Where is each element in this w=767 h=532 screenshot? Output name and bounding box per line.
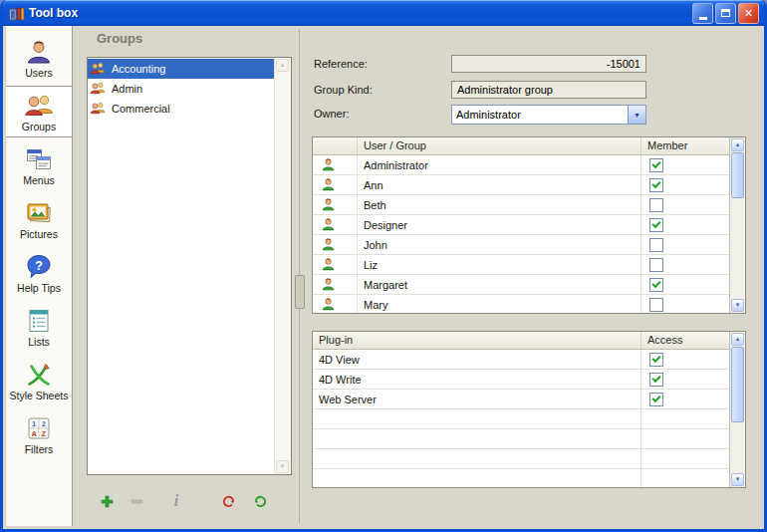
reference-value: -15001 xyxy=(607,58,640,70)
reload-groups-button[interactable] xyxy=(249,490,271,512)
groups-toolbar: i xyxy=(87,488,292,514)
green-curved-arrow-icon xyxy=(253,494,268,509)
members-scrollbar[interactable]: ▲ ▼ xyxy=(729,137,745,313)
user-icon xyxy=(313,195,358,214)
table-row[interactable]: Web Server xyxy=(313,390,729,409)
maximize-button[interactable] xyxy=(715,3,736,24)
access-checkbox[interactable] xyxy=(649,393,663,406)
sidebar-item-lists[interactable]: Lists xyxy=(6,301,72,353)
sidebar-item-style-sheets[interactable]: Style Sheets xyxy=(6,355,72,406)
plugins-scrollbar[interactable]: ▲ ▼ xyxy=(729,332,745,487)
member-checkbox[interactable] xyxy=(649,158,663,172)
user-group-column-header: User / Group xyxy=(358,137,641,154)
member-checkbox[interactable] xyxy=(649,198,663,212)
owner-row: Owner: Administrator ▼ xyxy=(312,105,746,125)
owner-dropdown[interactable]: Administrator ▼ xyxy=(451,105,646,125)
titlebar[interactable]: Tool box ✕ xyxy=(3,0,764,26)
sidebar-item-users[interactable]: Users xyxy=(6,32,72,84)
minimize-icon xyxy=(699,17,707,20)
info-icon: i xyxy=(174,493,178,509)
table-row[interactable]: Ann xyxy=(313,175,729,195)
group-item-commercial[interactable]: Commercial xyxy=(88,99,274,119)
sidebar-item-pictures[interactable]: Pictures xyxy=(6,193,72,245)
user-icon xyxy=(313,255,358,274)
sidebar-item-groups[interactable]: Groups xyxy=(6,86,72,137)
chevron-down-icon[interactable]: ▼ xyxy=(628,106,645,124)
plugin-column-header: Plug-in xyxy=(313,332,641,349)
pictures-icon xyxy=(25,199,53,227)
member-name: Ann xyxy=(358,175,641,194)
member-checkbox[interactable] xyxy=(649,278,663,292)
member-checkbox[interactable] xyxy=(649,298,663,312)
member-name: Designer xyxy=(358,215,641,234)
plugins-table-main: Plug-in Access 4D View 4D Write xyxy=(313,332,729,487)
member-checkbox[interactable] xyxy=(649,218,663,232)
access-checkbox[interactable] xyxy=(649,373,663,387)
empty-table-row[interactable] xyxy=(313,429,729,449)
member-name: Administrator xyxy=(358,155,641,174)
table-row[interactable]: Designer xyxy=(313,215,729,235)
access-checkbox[interactable] xyxy=(649,353,663,367)
table-row[interactable]: 4D Write xyxy=(313,370,729,390)
scrollbar-thumb[interactable] xyxy=(731,347,744,422)
scroll-down-icon[interactable]: ▼ xyxy=(731,299,744,312)
sidebar-item-label: Help Tips xyxy=(17,282,61,294)
scroll-down-icon[interactable]: ▼ xyxy=(276,460,289,473)
empty-table-row[interactable] xyxy=(313,409,729,429)
filters-icon xyxy=(25,414,53,442)
scroll-down-icon[interactable]: ▼ xyxy=(731,473,744,486)
sidebar-item-label: Filters xyxy=(25,443,54,455)
menus-icon xyxy=(25,145,53,173)
table-row[interactable]: Administrator xyxy=(313,155,729,175)
group-item-admin[interactable]: Admin xyxy=(88,79,274,99)
user-icon xyxy=(313,275,358,294)
add-group-button[interactable] xyxy=(96,490,118,512)
reference-field[interactable]: -15001 xyxy=(451,55,646,73)
group-item-label: Admin xyxy=(112,83,142,95)
sidebar-item-label: Groups xyxy=(22,121,56,133)
scroll-up-icon[interactable]: ▲ xyxy=(731,138,744,151)
sidebar-item-label: Lists xyxy=(28,336,50,348)
empty-table-row[interactable] xyxy=(313,469,729,487)
style-sheets-icon xyxy=(25,361,53,389)
group-item-accounting[interactable]: Accounting xyxy=(88,59,274,79)
owner-value: Administrator xyxy=(452,106,628,124)
sidebar-item-menus[interactable]: Menus xyxy=(6,139,72,191)
group-item-label: Commercial xyxy=(112,103,170,115)
scrollbar-thumb[interactable] xyxy=(731,152,744,198)
toolbox-window: Tool box ✕ Users Groups Menus Pictures xyxy=(0,0,767,532)
members-table-header: User / Group Member xyxy=(313,137,729,155)
member-checkbox[interactable] xyxy=(649,238,663,252)
remove-group-button[interactable] xyxy=(126,490,147,512)
groups-list-scrollbar[interactable]: ▲ ▼ xyxy=(274,58,291,474)
user-icon xyxy=(313,235,358,254)
splitter-handle[interactable] xyxy=(295,275,305,309)
window-content: Users Groups Menus Pictures Help Tips Li… xyxy=(6,26,761,526)
group-kind-field[interactable]: Administrator group xyxy=(451,81,646,99)
table-row[interactable]: Beth xyxy=(313,195,729,215)
group-kind-label: Group Kind: xyxy=(314,84,373,96)
table-row[interactable]: Margaret xyxy=(313,275,729,295)
minimize-button[interactable] xyxy=(692,3,713,24)
sidebar-item-filters[interactable]: Filters xyxy=(6,408,72,460)
groups-list-items[interactable]: Accounting Admin Commercial xyxy=(88,58,274,474)
table-row[interactable]: Mary xyxy=(313,295,729,313)
access-column-header: Access xyxy=(641,332,729,349)
scroll-up-icon[interactable]: ▲ xyxy=(276,59,289,72)
page-title: Groups xyxy=(97,31,142,46)
reload-users-button[interactable] xyxy=(217,490,239,512)
close-button[interactable]: ✕ xyxy=(738,3,759,24)
sidebar-item-help-tips[interactable]: Help Tips xyxy=(6,247,72,299)
table-row[interactable]: Liz xyxy=(313,255,729,275)
table-row[interactable]: John xyxy=(313,235,729,255)
user-icon xyxy=(313,175,358,194)
member-name: Margaret xyxy=(358,275,641,294)
member-checkbox[interactable] xyxy=(649,178,663,192)
member-checkbox[interactable] xyxy=(649,258,663,272)
sidebar-item-label: Menus xyxy=(23,174,55,186)
empty-table-row[interactable] xyxy=(313,449,729,469)
info-button[interactable]: i xyxy=(165,490,187,512)
group-kind-value: Administrator group xyxy=(457,84,553,96)
scroll-up-icon[interactable]: ▲ xyxy=(731,333,744,346)
table-row[interactable]: 4D View xyxy=(313,350,729,370)
